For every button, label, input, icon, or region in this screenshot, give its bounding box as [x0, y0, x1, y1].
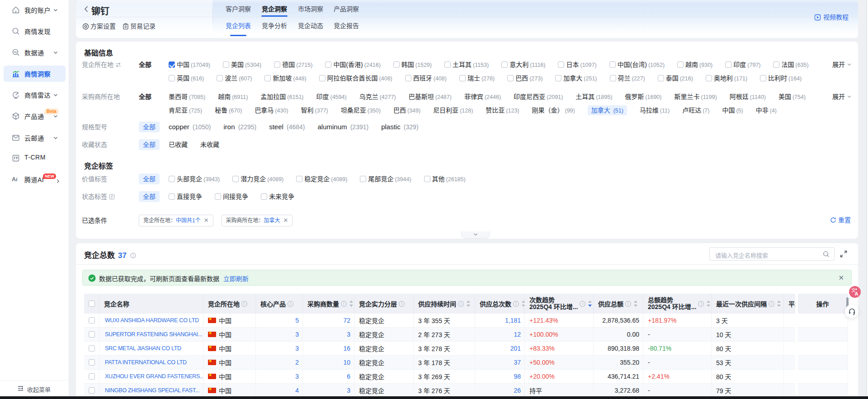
svg-text:A: A — [12, 177, 16, 183]
svg-text:A: A — [855, 291, 859, 296]
svg-text:í: í — [16, 177, 18, 183]
